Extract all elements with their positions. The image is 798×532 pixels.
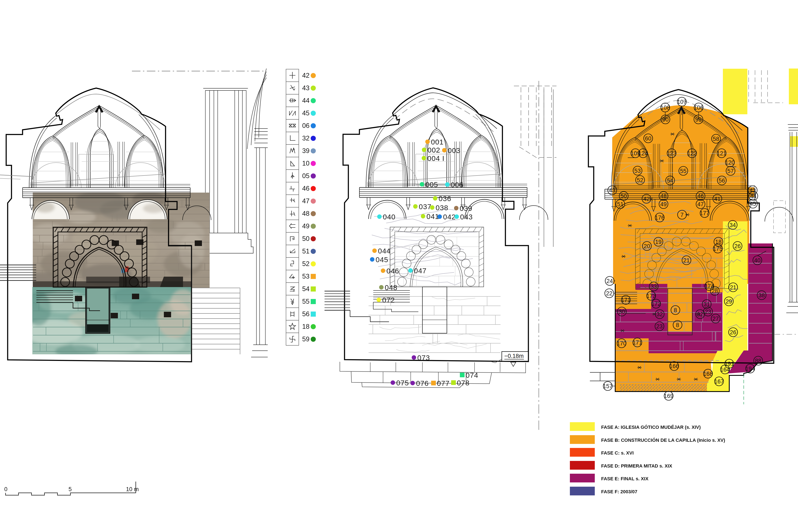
svg-text:7: 7 <box>680 212 684 218</box>
svg-text:26: 26 <box>730 329 736 336</box>
svg-text:53: 53 <box>302 272 309 280</box>
svg-text:167: 167 <box>714 378 724 385</box>
svg-text:19: 19 <box>655 239 662 245</box>
svg-text:46: 46 <box>697 193 704 200</box>
svg-text:49: 49 <box>302 222 309 230</box>
svg-text:39: 39 <box>302 147 309 154</box>
svg-text:52: 52 <box>302 260 309 267</box>
svg-text:32: 32 <box>657 311 663 318</box>
svg-text:48: 48 <box>660 193 667 200</box>
svg-text:170: 170 <box>617 340 626 347</box>
svg-text:168: 168 <box>703 371 712 377</box>
svg-text:002: 002 <box>428 146 440 154</box>
svg-text:FASE D: PRIMERA MITAD s. XIX: FASE D: PRIMERA MITAD s. XIX <box>601 463 672 469</box>
svg-text:05: 05 <box>302 172 309 179</box>
svg-text:046: 046 <box>386 267 399 275</box>
svg-text:34: 34 <box>729 222 736 228</box>
svg-text:FASE B: CONSTRUCCIÓN DE LA CAP: FASE B: CONSTRUCCIÓN DE LA CAPILLA (Inic… <box>601 438 725 443</box>
svg-text:49: 49 <box>660 201 667 208</box>
svg-text:44: 44 <box>302 97 309 104</box>
svg-text:122: 122 <box>687 150 697 157</box>
svg-text:48: 48 <box>302 210 309 217</box>
svg-text:21: 21 <box>683 257 690 264</box>
svg-text:166: 166 <box>669 363 679 369</box>
svg-text:177: 177 <box>700 210 709 216</box>
svg-text:54: 54 <box>667 177 673 184</box>
svg-text:173: 173 <box>646 293 656 299</box>
svg-text:32: 32 <box>302 134 309 142</box>
svg-text:88: 88 <box>755 358 761 364</box>
svg-text:43: 43 <box>609 187 615 194</box>
svg-text:41: 41 <box>714 196 721 202</box>
svg-text:58: 58 <box>713 136 719 142</box>
svg-text:8: 8 <box>674 307 677 314</box>
svg-text:33: 33 <box>650 283 657 290</box>
svg-text:42: 42 <box>302 72 309 79</box>
svg-text:176: 176 <box>655 214 664 221</box>
svg-text:21: 21 <box>730 284 736 291</box>
svg-text:27: 27 <box>712 316 719 322</box>
svg-text:107: 107 <box>677 99 686 105</box>
svg-text:53: 53 <box>634 168 641 174</box>
svg-text:172: 172 <box>651 301 661 307</box>
svg-text:072: 072 <box>382 296 395 304</box>
svg-text:073: 073 <box>417 354 430 362</box>
svg-text:108: 108 <box>660 104 670 111</box>
svg-text:47: 47 <box>697 201 704 208</box>
svg-text:−0.18m: −0.18m <box>504 353 524 359</box>
svg-text:56: 56 <box>719 177 725 184</box>
svg-text:51: 51 <box>302 247 309 255</box>
svg-text:048: 048 <box>385 283 398 291</box>
svg-text:040: 040 <box>383 213 396 221</box>
svg-text:164: 164 <box>720 366 730 373</box>
svg-text:5: 5 <box>69 486 72 492</box>
svg-text:042: 042 <box>443 213 456 221</box>
svg-text:039: 039 <box>460 204 472 212</box>
svg-text:191: 191 <box>724 361 734 367</box>
svg-text:55: 55 <box>302 298 309 305</box>
svg-text:074: 074 <box>466 371 478 379</box>
svg-text:32: 32 <box>697 311 703 318</box>
svg-text:121: 121 <box>717 150 726 157</box>
svg-text:45: 45 <box>302 109 309 117</box>
svg-text:124: 124 <box>638 150 648 157</box>
svg-text:57: 57 <box>727 168 734 174</box>
svg-text:23: 23 <box>656 323 663 330</box>
svg-text:44: 44 <box>750 193 757 200</box>
svg-text:8: 8 <box>676 322 679 328</box>
svg-text:22: 22 <box>606 290 612 297</box>
svg-text:106: 106 <box>694 104 703 111</box>
svg-text:0: 0 <box>4 486 7 492</box>
svg-text:18: 18 <box>302 323 309 330</box>
svg-text:047: 047 <box>414 267 427 275</box>
svg-text:044: 044 <box>378 247 391 255</box>
svg-text:078: 078 <box>457 379 470 387</box>
svg-text:10 m: 10 m <box>126 486 139 492</box>
svg-text:47: 47 <box>302 197 309 205</box>
svg-text:194: 194 <box>745 366 755 372</box>
svg-text:55: 55 <box>680 168 686 174</box>
svg-text:28: 28 <box>711 288 718 294</box>
svg-text:FASE A: IGLESIA GÓTICO MUDÉJAR: FASE A: IGLESIA GÓTICO MUDÉJAR (s. XIV) <box>601 424 701 430</box>
svg-text:FASE C: s. XVI: FASE C: s. XVI <box>601 450 634 456</box>
svg-text:51: 51 <box>617 201 624 208</box>
svg-text:30: 30 <box>619 308 625 315</box>
svg-text:31: 31 <box>704 301 710 307</box>
svg-text:006: 006 <box>451 180 463 189</box>
svg-text:001: 001 <box>431 138 444 146</box>
svg-text:23: 23 <box>705 308 711 315</box>
svg-text:036: 036 <box>439 194 451 203</box>
svg-text:041: 041 <box>426 212 439 221</box>
svg-text:077: 077 <box>437 379 450 387</box>
svg-text:157: 157 <box>603 383 612 390</box>
svg-text:29: 29 <box>726 298 732 305</box>
svg-text:076: 076 <box>416 379 429 387</box>
svg-text:42: 42 <box>643 196 650 202</box>
svg-text:10: 10 <box>302 159 309 167</box>
svg-text:075: 075 <box>396 379 409 387</box>
svg-text:171: 171 <box>632 339 642 346</box>
svg-text:59: 59 <box>302 335 309 343</box>
svg-text:40: 40 <box>754 257 761 264</box>
svg-text:56: 56 <box>302 310 309 318</box>
svg-text:045: 045 <box>376 255 388 264</box>
